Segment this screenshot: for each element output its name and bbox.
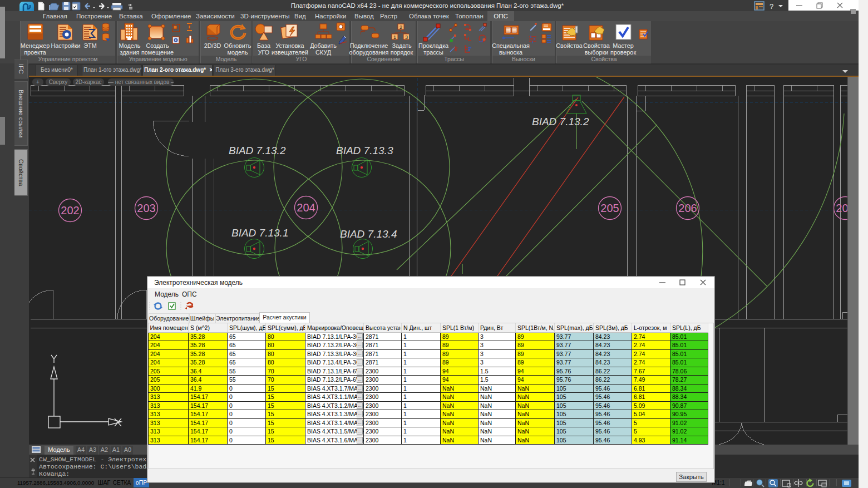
svg-text:3: 3	[405, 34, 408, 40]
svg-text:207: 207	[836, 202, 847, 214]
svg-text:1: 1	[393, 34, 396, 40]
svg-text:BIAD 7.13.4: BIAD 7.13.4	[340, 228, 397, 240]
svg-text:206: 206	[678, 202, 697, 214]
svg-text:BIAD 7.13.1: BIAD 7.13.1	[231, 227, 288, 239]
svg-text:BIAD 7.13.2: BIAD 7.13.2	[532, 116, 589, 127]
svg-text:BIAD 7.13.2: BIAD 7.13.2	[229, 145, 286, 156]
svg-text:BIAD 7.13.3: BIAD 7.13.3	[336, 145, 393, 156]
svg-text:2: 2	[400, 24, 402, 30]
svg-text:202: 202	[61, 204, 79, 216]
svg-text:205: 205	[600, 202, 619, 214]
svg-text:203: 203	[137, 202, 155, 214]
svg-text:204: 204	[297, 201, 315, 214]
svg-text:?: ?	[770, 2, 773, 11]
